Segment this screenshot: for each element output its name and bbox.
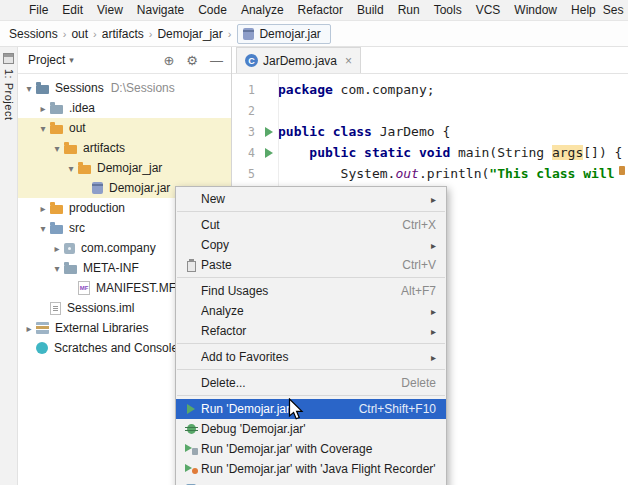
tree-row-demojar-jar[interactable]: ▾Demojar_jar [18,158,231,178]
context-menu-item-add-to-favorites[interactable]: Add to Favorites▸ [176,347,446,367]
menubar-item-refactor[interactable]: Refactor [291,1,350,19]
folder-icon [50,105,63,114]
tab-jardemo-java[interactable]: C JarDemo.java × [236,47,361,73]
run-gutter [260,127,278,137]
menubar-item-analyze[interactable]: Analyze [234,1,291,19]
menubar-item-navigate[interactable]: Navigate [130,1,191,19]
run-icon [187,404,195,414]
context-menu-item-debug-demojar-jar[interactable]: Debug 'Demojar.jar' [176,419,446,439]
folder-ex-icon [50,205,63,214]
context-menu-item-paste[interactable]: PasteCtrl+V [176,255,446,275]
folder-ex-icon [78,165,91,174]
paste-icon [187,261,196,272]
menubar-item-view[interactable]: View [90,1,130,19]
menubar-item-help[interactable]: Help [564,1,603,19]
tree-item-label: Demojar_jar [97,161,162,175]
breadcrumb-item-artifacts[interactable]: artifacts [101,25,145,43]
code-token: public [309,145,356,160]
menu-item-label: Run 'Demojar.jar' [201,402,343,416]
tool-window-stripe: 1: Project [0,47,18,485]
tree-item-label: META-INF [83,261,139,275]
menubar-item-build[interactable]: Build [350,1,391,19]
expand-arrow-icon[interactable]: ▾ [36,223,50,234]
tree-item-label: out [69,121,86,135]
tree-row-artifacts[interactable]: ▾artifacts [18,138,231,158]
tree-item-label: src [69,221,85,235]
context-menu-item-run-demojar-jar-with-java-flight-recorder[interactable]: Run 'Demojar.jar' with 'Java Flight Reco… [176,459,446,479]
locate-icon[interactable]: ⊕ [163,54,174,67]
tree-item-label: Sessions.iml [67,301,134,315]
code-text: package com.company; [278,82,435,97]
expand-arrow-icon[interactable]: ▸ [22,323,36,334]
chevron-right-icon: › [224,28,236,40]
breadcrumb-item-out[interactable]: out [70,25,89,43]
code-token: public [278,124,325,139]
expand-arrow-icon[interactable]: ▾ [50,143,64,154]
project-tool-button[interactable]: 1: Project [3,53,15,120]
context-menu-item-analyze[interactable]: Analyze▸ [176,301,446,321]
project-tool-label: 1: Project [3,69,15,120]
menubar-item-file[interactable]: File [22,1,55,19]
menubar-item-window[interactable]: Window [507,1,564,19]
expand-arrow-icon[interactable]: ▾ [64,163,78,174]
navbar-current-file[interactable]: Demojar.jar [237,24,330,44]
menu-item-label: Run 'Demojar.jar' with Coverage [201,442,436,456]
folder-ex-icon [50,125,63,134]
tree-row-out[interactable]: ▾out [18,118,231,138]
menu-item-icon [181,424,201,434]
project-view-selector[interactable]: Project ▾ [28,53,74,67]
code-text: public class JarDemo { [278,124,450,139]
context-menu-item-run-demojar-jar[interactable]: Run 'Demojar.jar'Ctrl+Shift+F10 [176,399,446,419]
close-tab-icon[interactable]: × [345,54,352,68]
code-token: out [395,166,418,181]
menubar-item-tools[interactable]: Tools [427,1,469,19]
context-menu-item-new[interactable]: New▸ [176,189,446,209]
expand-arrow-icon[interactable]: ▸ [50,243,64,254]
mf-icon-text: MF [80,285,89,291]
tree-item-label: Sessions [55,81,104,95]
code-token: "This class will [489,166,614,181]
menu-separator [177,277,445,278]
expand-arrow-icon[interactable]: ▾ [50,263,64,274]
chevron-down-icon: ▾ [69,55,74,65]
expand-arrow-icon[interactable]: ▾ [36,123,50,134]
context-menu-item-partial[interactable] [176,479,446,485]
run-line-icon[interactable] [265,148,273,158]
context-menu-item-refactor[interactable]: Refactor▸ [176,321,446,341]
context-menu-item-find-usages[interactable]: Find UsagesAlt+F7 [176,281,446,301]
submenu-arrow-icon: ▸ [431,306,436,317]
context-menu-item-copy[interactable]: Copy▸ [176,235,446,255]
tree-row-sessions[interactable]: ▾SessionsD:\Sessions [18,78,231,98]
code-area: 1package com.company;23public class JarD… [232,79,628,184]
settings-icon[interactable]: ⚙ [186,54,198,67]
window-title: Sessio [603,3,624,17]
jar-icon [92,182,103,194]
tree-row-idea[interactable]: ▸.idea [18,98,231,118]
error-stripe-mark[interactable] [619,166,625,175]
menu-item-label: Paste [201,258,386,272]
menubar-item-edit[interactable]: Edit [55,1,90,19]
expand-arrow-icon[interactable]: ▾ [22,83,36,94]
code-text: public static void main(String args[]) { [278,145,622,160]
expand-arrow-icon[interactable]: ▸ [36,203,50,214]
expand-arrow-icon[interactable]: ▸ [36,103,50,114]
menubar-item-run[interactable]: Run [391,1,427,19]
hide-panel-icon[interactable]: — [210,54,223,67]
jar-icon [243,28,254,40]
breadcrumb-item-demojar-jar[interactable]: Demojar_jar [156,25,223,43]
menu-item-label: Analyze [201,304,415,318]
run-line-icon[interactable] [265,127,273,137]
context-menu-item-delete[interactable]: Delete...Delete [176,373,446,393]
project-icon [36,85,49,94]
menubar-item-vcs[interactable]: VCS [469,1,508,19]
menu-item-label: New [201,192,415,206]
breadcrumb-item-sessions[interactable]: Sessions [8,25,59,43]
menubar-item-code[interactable]: Code [191,1,234,19]
context-menu-item-run-demojar-jar-with-coverage[interactable]: Run 'Demojar.jar' with Coverage [176,439,446,459]
code-token: static [364,145,411,160]
tree-item-label: External Libraries [55,321,148,335]
context-menu-item-cut[interactable]: CutCtrl+X [176,215,446,235]
line-number: 1 [232,83,260,97]
line-number: 5 [232,167,260,181]
project-panel-header: Project ▾ ⊕ ⚙ — [18,47,231,74]
